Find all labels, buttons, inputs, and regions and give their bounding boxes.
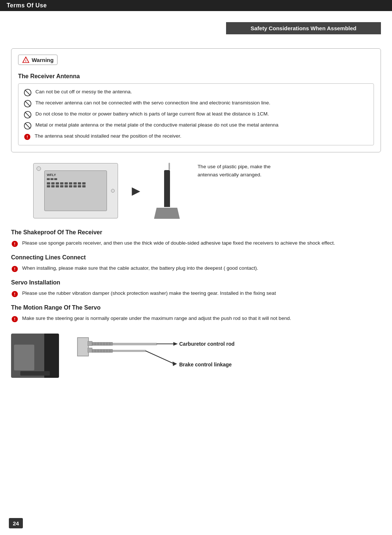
antenna-with-text: The use of plastic pipe, make the antenn… [154, 163, 271, 219]
svg-marker-42 [173, 362, 177, 366]
svg-rect-21 [88, 341, 92, 346]
no-sign-icon-3 [24, 111, 32, 119]
svg-line-41 [146, 351, 173, 363]
shakeproof-text: Please use sponge parcels receiver, and … [22, 239, 335, 247]
svg-rect-22 [88, 348, 92, 352]
servo-installation-section: Servo Installation ! Please use the rubb… [11, 279, 381, 298]
safety-header-bar: Safety Considerations When Assembled [226, 22, 381, 34]
no-sign-icon-1 [24, 89, 32, 97]
warning-box: ! Warning The Receiver Antenna Can not b… [11, 48, 381, 152]
antenna-pipe [164, 170, 170, 207]
diagram-arrow: ► [129, 183, 143, 199]
page-header: Terms Of Use [0, 0, 392, 11]
receiver-logo: WFLY [47, 173, 56, 177]
svg-line-3 [25, 90, 31, 96]
bullet-text-3: Do not close to the motor or power batte… [35, 110, 269, 118]
svg-text:!: ! [14, 266, 15, 271]
svg-line-5 [25, 101, 31, 107]
servo-photo [11, 334, 59, 378]
warning-circle-icon-4: ! [11, 290, 18, 298]
shakeproof-section: The Shakeproof Of The Receiver ! Please … [11, 229, 381, 248]
receiver-antenna-title: The Receiver Antenna [18, 73, 374, 80]
bullet-text-5: The antenna seat should installed near t… [35, 132, 181, 140]
svg-rect-30 [112, 343, 157, 345]
receiver-pin-grid [47, 182, 86, 187]
receiver-led-row [47, 178, 57, 180]
connecting-lines-text: When installing, please make sure that t… [22, 265, 258, 272]
servo-installation-text: Please use the rubber vibration damper (… [22, 290, 276, 297]
bullet-text-4: Metal or metal plate antenna or the meta… [35, 121, 278, 129]
servo-rod-diagram: Carburetor control rod Brake contro [70, 330, 236, 383]
receiver-inner-box: WFLY [44, 170, 107, 211]
no-sign-icon-2 [24, 100, 32, 108]
safety-header-label: Safety Considerations When Assembled [250, 25, 356, 31]
svg-line-7 [25, 112, 31, 118]
main-content: ! Warning The Receiver Antenna Can not b… [0, 34, 392, 404]
motion-range-text: Make sure the steering gear is normally … [22, 315, 291, 322]
page-title: Terms Of Use [7, 2, 47, 8]
carburetor-label-text: Carburetor control rod [179, 341, 235, 347]
bullet-row-5: ! The antenna seat should installed near… [24, 132, 368, 141]
svg-text:!: ! [25, 59, 26, 63]
bullet-row-1: Can not be cut off or messy tie the ante… [24, 88, 368, 97]
connecting-lines-title: Connecting Lines Connect [11, 254, 381, 261]
page-number: 24 [9, 518, 23, 528]
antenna-wire-top [169, 163, 170, 170]
svg-text:!: ! [14, 241, 15, 246]
motion-range-bullet: ! Make sure the steering gear is normall… [11, 315, 381, 323]
warning-badge-label: Warning [32, 57, 53, 63]
bullet-text-1: Can not be cut off or messy tie the ante… [35, 88, 132, 96]
antenna-base [154, 208, 180, 219]
warning-circle-icon-2: ! [11, 240, 18, 248]
servo-body [14, 345, 34, 370]
motion-range-title: The Motion Range Of The Servo [11, 304, 381, 311]
svg-text:!: ! [27, 134, 28, 139]
warning-circle-icon-5: ! [11, 315, 18, 323]
warning-triangle-icon: ! [22, 56, 30, 63]
connecting-lines-bullet: ! When installing, please make sure that… [11, 265, 381, 273]
rod-svg: Carburetor control rod Brake contro [70, 330, 236, 382]
receiver-corner-circle [37, 166, 41, 171]
receiver-antenna-inner-box: Can not be cut off or messy tie the ante… [18, 83, 374, 145]
shakeproof-bullet: ! Please use sponge parcels receiver, an… [11, 239, 381, 248]
bullet-row-3: Do not close to the motor or power batte… [24, 110, 368, 119]
bottom-diagram: Carburetor control rod Brake contro [11, 328, 381, 383]
warning-circle-icon-3: ! [11, 265, 18, 273]
no-sign-icon-4 [24, 122, 32, 130]
connecting-lines-section: Connecting Lines Connect ! When installi… [11, 254, 381, 273]
receiver-right-circle [111, 189, 115, 193]
svg-rect-20 [77, 338, 89, 356]
antenna-diagram-section: WFLY ► [33, 163, 381, 219]
svg-text:!: ! [14, 317, 15, 321]
bullet-row-2: The receiver antenna can not be connecte… [24, 99, 368, 108]
brake-label-text: Brake control linkage [179, 362, 232, 367]
servo-connector [20, 371, 50, 376]
warning-badge: ! Warning [18, 55, 58, 65]
bullet-row-4: Metal or metal plate antenna or the meta… [24, 121, 368, 130]
servo-installation-title: Servo Installation [11, 279, 381, 286]
bullet-text-2: The receiver antenna can not be connecte… [35, 99, 270, 107]
motion-range-section: The Motion Range Of The Servo ! Make sur… [11, 304, 381, 383]
svg-text:!: ! [14, 291, 15, 296]
shakeproof-title: The Shakeproof Of The Receiver [11, 229, 381, 236]
antenna-caption: The use of plastic pipe, make the antenn… [198, 163, 271, 179]
svg-rect-40 [112, 350, 146, 352]
svg-line-9 [25, 123, 31, 129]
warning-circle-icon-1: ! [24, 133, 31, 141]
servo-installation-bullet: ! Please use the rubber vibration damper… [11, 290, 381, 298]
svg-marker-32 [173, 342, 178, 346]
antenna-diagram [154, 163, 180, 219]
receiver-illustration: WFLY [33, 163, 118, 218]
